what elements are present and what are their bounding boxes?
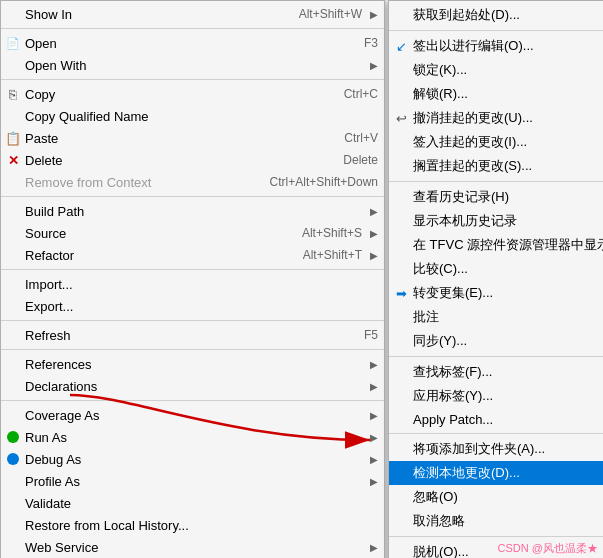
right-menu-label-r-history: 查看历史记录(H) [413, 188, 603, 206]
right-menu-item-r-compare[interactable]: 比较(C)... [389, 257, 603, 281]
left-menu-item-export[interactable]: Export... [1, 295, 384, 317]
red-x-icon: ✕ [5, 152, 21, 168]
right-menu-label-r-annotate: 批注 [413, 308, 603, 326]
undo-icon: ↩ [396, 111, 407, 126]
left-menu-item-paste[interactable]: 📋PasteCtrl+V [1, 127, 384, 149]
menu-separator [389, 30, 603, 31]
checkout-icon: ↙ [393, 38, 409, 54]
right-menu-item-r-apply-all[interactable]: 获取到起始处(D)... [389, 3, 603, 27]
left-menu-label-run-as: Run As [25, 430, 362, 445]
right-menu-item-r-history[interactable]: 查看历史记录(H) [389, 185, 603, 209]
left-menu-item-build-path[interactable]: Build Path▶ [1, 200, 384, 222]
submenu-arrow-declarations: ▶ [370, 381, 378, 392]
left-menu-label-import: Import... [25, 277, 378, 292]
left-menu-label-export: Export... [25, 299, 378, 314]
right-menu-label-r-cancel-ignore: 取消忽略 [413, 512, 603, 530]
left-menu-item-open[interactable]: 📄OpenF3 [1, 32, 384, 54]
right-menu-item-r-ignore[interactable]: 忽略(O) [389, 485, 603, 509]
shortcut-source: Alt+Shift+S [302, 226, 362, 240]
shortcut-open: F3 [364, 36, 378, 50]
menu-separator [1, 349, 384, 350]
left-menu-item-run-as[interactable]: Run As▶ [1, 426, 384, 448]
menu-separator [389, 356, 603, 357]
left-menu-item-delete[interactable]: ✕DeleteDelete [1, 149, 384, 171]
right-menu-item-r-local-history[interactable]: 显示本机历史记录 [389, 209, 603, 233]
right-menu-label-r-convert-changeset: 转变更集(E)... [413, 284, 603, 302]
left-menu-item-source[interactable]: SourceAlt+Shift+S▶ [1, 222, 384, 244]
run-icon [7, 431, 19, 443]
refactor-icon [5, 247, 21, 263]
refresh-icon [5, 327, 21, 343]
left-menu-label-validate: Validate [25, 496, 378, 511]
right-context-menu: 获取到起始处(D)...↙签出以进行编辑(O)...锁定(K)...解锁(R).… [388, 0, 603, 558]
left-menu-item-validate[interactable]: Validate [1, 492, 384, 514]
left-menu-item-copy[interactable]: ⎘CopyCtrl+C [1, 83, 384, 105]
left-menu-item-show-in[interactable]: Show InAlt+Shift+W▶ [1, 3, 384, 25]
right-menu-item-r-sync[interactable]: 同步(Y)... [389, 329, 603, 353]
left-menu-item-refactor[interactable]: RefactorAlt+Shift+T▶ [1, 244, 384, 266]
left-menu-item-copy-qualified[interactable]: Copy Qualified Name [1, 105, 384, 127]
build-path-icon [5, 203, 21, 219]
left-menu-item-restore-local[interactable]: Restore from Local History... [1, 514, 384, 536]
arrow-right-icon: ➡ [396, 286, 407, 301]
right-menu-label-r-compare: 比较(C)... [413, 260, 603, 278]
left-menu-item-declarations[interactable]: Declarations▶ [1, 375, 384, 397]
right-menu-item-r-checkin-pending[interactable]: 签入挂起的更改(I)... [389, 130, 603, 154]
left-menu-label-source: Source [25, 226, 282, 241]
right-menu-item-r-unlock[interactable]: 解锁(R)... [389, 82, 603, 106]
right-menu-item-r-cancel-ignore[interactable]: 取消忽略 [389, 509, 603, 533]
web-service-icon [5, 539, 21, 555]
left-menu-item-import[interactable]: Import... [1, 273, 384, 295]
shortcut-refactor: Alt+Shift+T [303, 248, 362, 262]
submenu-arrow-run-as: ▶ [370, 432, 378, 443]
right-menu-item-r-tfvc[interactable]: 在 TFVC 源控件资源管理器中显示 [389, 233, 603, 257]
left-menu-label-open-with: Open With [25, 58, 362, 73]
left-menu-label-delete: Delete [25, 153, 323, 168]
watermark: CSDN @风也温柔★ [498, 541, 598, 556]
left-menu-item-coverage-as[interactable]: Coverage As▶ [1, 404, 384, 426]
submenu-arrow-coverage-as: ▶ [370, 410, 378, 421]
right-menu-item-r-annotate[interactable]: 批注 [389, 305, 603, 329]
right-menu-item-r-find-tag[interactable]: 查找标签(F)... [389, 360, 603, 384]
right-menu-item-r-shelve-pending[interactable]: 搁置挂起的更改(S)... [389, 154, 603, 178]
export-icon [5, 298, 21, 314]
menu-separator [1, 79, 384, 80]
right-menu-item-r-convert-changeset[interactable]: ➡转变更集(E)... [389, 281, 603, 305]
undo-icon: ↩ [393, 110, 409, 126]
source-icon [5, 225, 21, 241]
right-menu-item-r-checkout-edit[interactable]: ↙签出以进行编辑(O)... [389, 34, 603, 58]
right-menu-item-r-lock[interactable]: 锁定(K)... [389, 58, 603, 82]
restore-local-icon [5, 517, 21, 533]
right-menu-label-r-apply-tag: 应用标签(Y)... [413, 387, 603, 405]
right-menu-item-r-undo-pending[interactable]: ↩撤消挂起的更改(U)... [389, 106, 603, 130]
debug-icon [7, 453, 19, 465]
remove-ctx-icon [5, 174, 21, 190]
left-menu-item-web-service[interactable]: Web Service▶ [1, 536, 384, 558]
paste-icon: 📋 [5, 131, 21, 146]
copy-icon: ⎘ [9, 87, 17, 102]
left-menu-item-refresh[interactable]: RefreshF5 [1, 324, 384, 346]
left-menu-item-remove-ctx[interactable]: Remove from ContextCtrl+Alt+Shift+Down [1, 171, 384, 193]
paste-icon: 📋 [5, 130, 21, 146]
import-icon [5, 276, 21, 292]
left-menu-label-restore-local: Restore from Local History... [25, 518, 378, 533]
submenu-arrow-web-service: ▶ [370, 542, 378, 553]
left-menu-label-show-in: Show In [25, 7, 279, 22]
right-menu-item-r-add-to-folder[interactable]: 将项添加到文件夹(A)... [389, 437, 603, 461]
right-menu-label-r-checkin-pending: 签入挂起的更改(I)... [413, 133, 603, 151]
left-menu-label-debug-as: Debug As [25, 452, 362, 467]
left-menu-item-open-with[interactable]: Open With▶ [1, 54, 384, 76]
left-menu-item-profile-as[interactable]: Profile As▶ [1, 470, 384, 492]
right-menu-item-r-apply-tag[interactable]: 应用标签(Y)... [389, 384, 603, 408]
copy-icon: ⎘ [5, 86, 21, 102]
left-menu-item-references[interactable]: References▶ [1, 353, 384, 375]
right-menu-label-r-undo-pending: 撤消挂起的更改(U)... [413, 109, 603, 127]
gear-blue-icon [5, 451, 21, 467]
left-menu-label-references: References [25, 357, 362, 372]
right-menu-label-r-add-to-folder: 将项添加到文件夹(A)... [413, 440, 603, 458]
right-menu-item-r-detect-local-changes[interactable]: 检测本地更改(D)... [389, 461, 603, 485]
left-menu-label-open: Open [25, 36, 344, 51]
right-menu-item-r-apply-patch[interactable]: Apply Patch... [389, 408, 603, 430]
left-menu-item-debug-as[interactable]: Debug As▶ [1, 448, 384, 470]
right-menu-label-r-local-history: 显示本机历史记录 [413, 212, 603, 230]
